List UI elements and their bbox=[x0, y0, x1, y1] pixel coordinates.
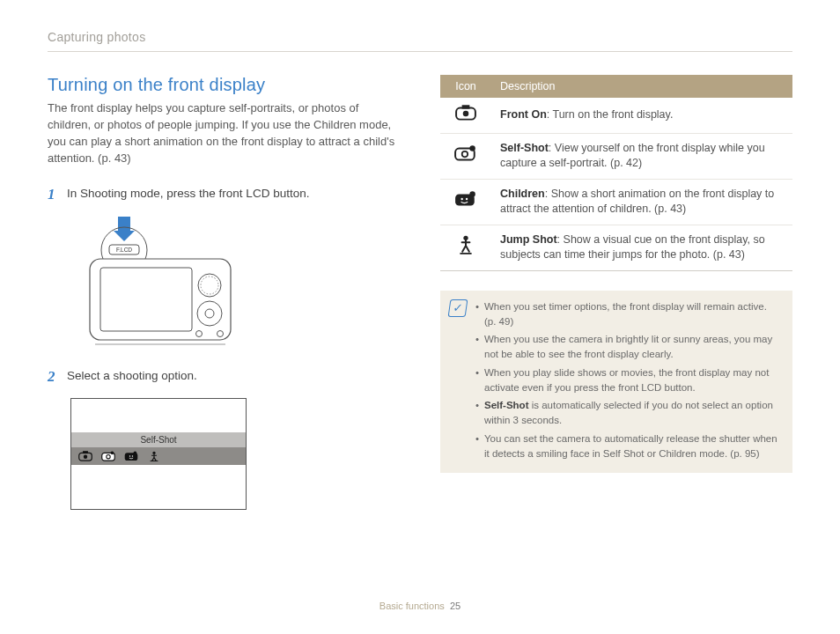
table-row: Jump Shot: Show a visual cue on the fron… bbox=[440, 225, 792, 270]
intro-text: The front display helps you capture self… bbox=[48, 100, 400, 166]
svg-point-21 bbox=[463, 111, 469, 117]
jump-shot-icon bbox=[457, 235, 475, 254]
svg-rect-20 bbox=[462, 105, 470, 108]
flcd-label: F.LCD bbox=[116, 247, 132, 253]
step-1: 1 In Shooting mode, press the front LCD … bbox=[48, 186, 400, 203]
left-column: Turning on the front display The front d… bbox=[48, 75, 400, 510]
mode-dial-icon bbox=[198, 274, 221, 297]
page-title: Turning on the front display bbox=[48, 75, 400, 95]
svg-marker-1 bbox=[114, 231, 135, 241]
svg-point-16 bbox=[132, 455, 133, 456]
note-box: ✓ When you set timer options, the front … bbox=[440, 291, 792, 474]
table-row: Front On: Turn on the front display. bbox=[440, 98, 792, 133]
svg-point-5 bbox=[217, 330, 224, 336]
step-text: Select a shooting option. bbox=[67, 368, 197, 386]
th-icon: Icon bbox=[440, 75, 491, 98]
children-icon bbox=[124, 451, 138, 461]
note-list: When you set timer options, the front di… bbox=[475, 299, 780, 465]
mode-desc: : Turn on the front display. bbox=[547, 108, 674, 121]
th-description: Description bbox=[491, 75, 792, 98]
note-item: You can set the camera to automatically … bbox=[475, 431, 780, 462]
svg-point-27 bbox=[461, 198, 462, 200]
mode-name: Jump Shot bbox=[500, 233, 557, 246]
table-row: Children: Show a short animation on the … bbox=[440, 179, 792, 225]
option-screen-illustration: Self-Shot bbox=[70, 398, 247, 510]
note-item: Self-Shot is automatically selected if y… bbox=[475, 398, 780, 429]
svg-rect-8 bbox=[83, 451, 88, 453]
children-icon bbox=[454, 190, 477, 208]
svg-point-12 bbox=[111, 452, 114, 455]
page-footer: Basic functions 25 bbox=[0, 601, 840, 611]
mode-name: Children bbox=[500, 188, 545, 200]
svg-point-15 bbox=[129, 455, 130, 456]
front-on-icon bbox=[78, 451, 92, 461]
arrow-down-icon bbox=[114, 217, 135, 241]
self-shot-icon bbox=[101, 451, 115, 461]
section-header: Capturing photos bbox=[48, 30, 792, 52]
step-text: In Shooting mode, press the front LCD bu… bbox=[67, 186, 309, 203]
jump-shot-icon bbox=[147, 451, 161, 461]
mode-name: Self-Shot bbox=[500, 142, 549, 154]
content-columns: Turning on the front display The front d… bbox=[48, 75, 792, 510]
table-row: Self-Shot: View yourself on the front di… bbox=[440, 133, 792, 179]
dpad-icon bbox=[197, 301, 222, 326]
footer-page-number: 25 bbox=[450, 601, 461, 611]
step-2: 2 Select a shooting option. bbox=[48, 368, 400, 386]
svg-point-9 bbox=[84, 455, 87, 459]
svg-point-28 bbox=[466, 198, 468, 200]
svg-point-23 bbox=[462, 151, 468, 158]
svg-point-24 bbox=[469, 146, 475, 152]
note-item: When you use the camera in brightly lit … bbox=[475, 332, 780, 363]
svg-rect-0 bbox=[118, 217, 130, 231]
svg-point-17 bbox=[152, 452, 155, 454]
option-label-bar: Self-Shot bbox=[71, 432, 246, 447]
option-icon-bar bbox=[71, 447, 246, 465]
modes-table: Icon Description Front On: Turn on the f… bbox=[440, 75, 792, 271]
svg-point-4 bbox=[196, 330, 203, 336]
right-column: Icon Description Front On: Turn on the f… bbox=[440, 75, 792, 510]
note-item: When you play slide shows or movies, the… bbox=[475, 365, 780, 396]
mode-name: Front On bbox=[500, 108, 547, 121]
svg-point-26 bbox=[469, 192, 475, 198]
step-number: 1 bbox=[48, 186, 60, 203]
note-icon: ✓ bbox=[448, 299, 468, 317]
step-number: 2 bbox=[48, 368, 60, 386]
camera-screen-icon bbox=[100, 268, 192, 331]
footer-label: Basic functions bbox=[379, 601, 445, 611]
svg-point-14 bbox=[134, 452, 137, 455]
camera-illustration: F.LCD bbox=[70, 217, 400, 349]
front-on-icon bbox=[455, 105, 476, 121]
self-shot-icon bbox=[454, 144, 477, 162]
note-item: When you set timer options, the front di… bbox=[475, 299, 780, 330]
